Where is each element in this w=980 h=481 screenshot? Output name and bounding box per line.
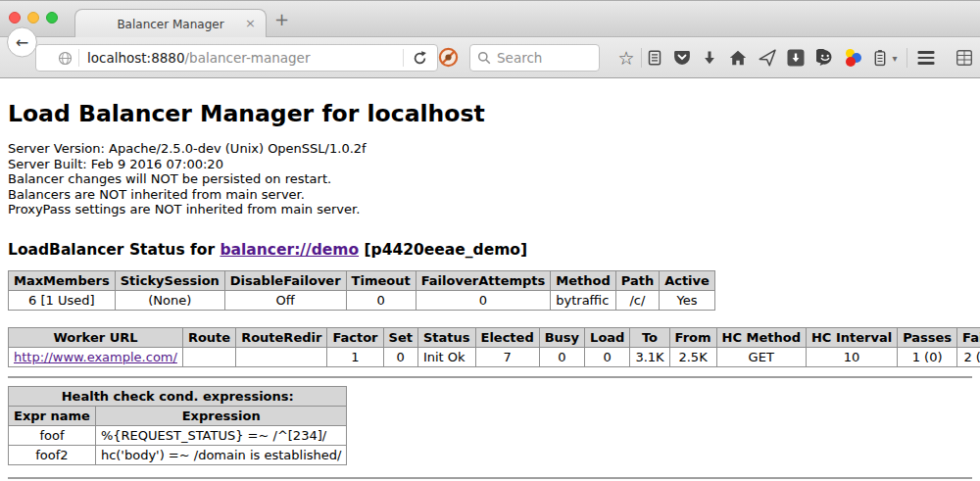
- browser-window: Balancer Manager × + ← localhost:8880/ba…: [0, 0, 980, 481]
- menu-hamburger-icon[interactable]: [918, 51, 935, 65]
- globe-icon: [58, 51, 73, 66]
- server-info: Server Version: Apache/2.5.0-dev (Unix) …: [8, 141, 972, 217]
- expr-name: foof2: [9, 445, 96, 464]
- worker-url-link[interactable]: http://www.example.com/: [14, 350, 177, 364]
- extension-colored-dots-icon[interactable]: [844, 49, 861, 67]
- battery-icon[interactable]: [874, 50, 887, 67]
- section-divider: [8, 376, 972, 378]
- titlebar: Balancer Manager × +: [0, 0, 980, 37]
- back-button[interactable]: ←: [7, 27, 37, 58]
- feedback-smiley-icon[interactable]: [816, 49, 834, 67]
- table-row: foof %{REQUEST_STATUS} =~ /^[234]/: [9, 425, 347, 445]
- urlbar-divider-2: [403, 49, 404, 67]
- reload-button[interactable]: [412, 50, 428, 67]
- reading-list-icon[interactable]: [647, 50, 662, 67]
- server-version-line: Server Version: Apache/2.5.0-dev (Unix) …: [8, 141, 972, 157]
- downloads-icon[interactable]: [703, 50, 717, 66]
- health-table-title: Health check cond. expressions:: [9, 386, 347, 406]
- url-path: /balancer-manager: [185, 50, 311, 66]
- search-icon: [477, 51, 491, 65]
- expr-value: hc('body') =~ /domain is established/: [95, 445, 347, 464]
- toolbar-separator-2: [906, 48, 907, 68]
- table-row: foof2 hc('body') =~ /domain is establish…: [9, 445, 347, 464]
- search-bar[interactable]: [469, 44, 600, 72]
- balancer-status-heading: LoadBalancer Status for balancer://demo …: [8, 241, 972, 259]
- url-text: localhost:8880/balancer-manager: [87, 50, 310, 66]
- search-input[interactable]: [497, 50, 585, 66]
- send-tab-icon[interactable]: [759, 49, 776, 67]
- traffic-lights: [9, 12, 58, 24]
- tab-close-icon[interactable]: ×: [245, 16, 256, 30]
- bottom-divider: [8, 477, 972, 479]
- tab-title: Balancer Manager: [117, 18, 223, 31]
- table-header-row: Expr name Expression: [9, 406, 347, 425]
- balancer-demo-link[interactable]: balancer://demo: [220, 241, 359, 259]
- worker-status-table: Worker URL Route RouteRedir Factor Set S…: [8, 327, 980, 367]
- new-tab-button[interactable]: +: [274, 9, 289, 29]
- table-row: 6 [1 Used] (None) Off 0 0 bytraffic /c/ …: [9, 290, 715, 310]
- proxypass-note-line: ProxyPass settings are NOT inherited fro…: [8, 202, 972, 217]
- persist-note-line: Balancer changes will NOT be persisted o…: [8, 171, 972, 187]
- close-window-button[interactable]: [9, 12, 21, 24]
- url-host: localhost:8880: [87, 50, 185, 66]
- back-arrow-icon: ←: [16, 33, 28, 52]
- page-content: Load Balancer Manager for localhost Serv…: [0, 78, 980, 480]
- download-manager-icon[interactable]: [788, 50, 805, 67]
- minimize-window-button[interactable]: [27, 12, 39, 24]
- table-title-row: Health check cond. expressions:: [9, 386, 347, 406]
- expr-value: %{REQUEST_STATUS} =~ /^[234]/: [95, 425, 347, 445]
- inherit-note-line: Balancers are NOT inherited from main se…: [8, 187, 972, 203]
- table-header-row: MaxMembers StickySession DisableFailover…: [9, 270, 715, 290]
- url-bar[interactable]: localhost:8880/balancer-manager: [35, 44, 438, 72]
- page-title: Load Balancer Manager for localhost: [8, 100, 972, 127]
- nav-toolbar: ← localhost:8880/balancer-manager: [0, 37, 980, 78]
- chevron-down-icon[interactable]: ▾: [892, 53, 897, 64]
- content-blocker-icon[interactable]: [438, 47, 459, 68]
- tiles-grid-icon[interactable]: [956, 50, 973, 67]
- zoom-window-button[interactable]: [46, 12, 58, 24]
- urlbar-divider: [78, 49, 79, 67]
- bookmark-star-icon[interactable]: ☆: [617, 49, 634, 68]
- expr-name: foof: [9, 425, 96, 445]
- table-row: http://www.example.com/ 1 0 Init Ok 7 0 …: [9, 347, 980, 366]
- health-check-expressions-table: Health check cond. expressions: Expr nam…: [8, 386, 347, 465]
- balancer-settings-table: MaxMembers StickySession DisableFailover…: [8, 270, 715, 311]
- pocket-icon[interactable]: [673, 50, 691, 67]
- home-icon[interactable]: [729, 50, 747, 67]
- browser-tab[interactable]: Balancer Manager ×: [74, 9, 267, 38]
- table-header-row: Worker URL Route RouteRedir Factor Set S…: [9, 327, 980, 347]
- server-built-line: Server Built: Feb 9 2016 07:00:20: [8, 157, 972, 172]
- toolbar-separator: [641, 48, 642, 68]
